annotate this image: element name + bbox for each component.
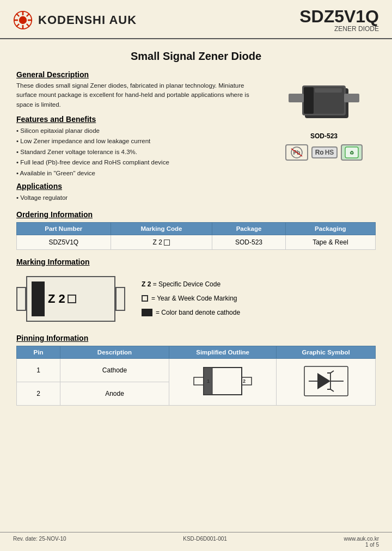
svg-text:2: 2 — [243, 378, 246, 384]
pinning-col-pin: Pin — [17, 346, 60, 359]
legend-z2-text: Z 2 = Specific Device Code — [142, 278, 220, 291]
header: KODENSHI AUK SDZ5V1Q ZENER DIODE — [0, 0, 392, 39]
ordering-heading: Ordering Information — [16, 210, 376, 219]
ordering-table: Part Number Marking Code Package Packagi… — [16, 222, 376, 250]
svg-line-9 — [16, 24, 19, 27]
pinning-section: Pinning Information Pin Description Simp… — [16, 334, 376, 406]
table-header-row: Part Number Marking Code Package Packagi… — [17, 223, 376, 235]
general-description-heading: General Description — [16, 70, 261, 79]
col-package: Package — [212, 223, 285, 235]
col-marking-code: Marking Code — [111, 223, 212, 235]
features-heading: Features and Benefits — [16, 115, 261, 124]
compliance-badges: Pb RoHS ♻ — [285, 144, 363, 161]
applications-list: Voltage regulator — [16, 193, 261, 204]
pin-desc-2: Anode — [60, 382, 169, 406]
cell-part-number: SDZ5V1Q — [17, 235, 111, 250]
pin-number-1: 1 — [17, 359, 60, 382]
legend-black-bar: = Color band denote cathode — [142, 306, 240, 319]
svg-rect-16 — [315, 88, 342, 93]
pin-desc-1: Cathode — [60, 359, 169, 382]
feature-item: Standard Zener voltage tolerance is 4.3%… — [16, 147, 261, 158]
pinning-col-outline: Simplified Outline — [169, 346, 277, 359]
package-label: SOD-523 — [310, 132, 338, 140]
symbol-svg — [299, 362, 353, 400]
col-part-number: Part Number — [17, 223, 111, 235]
part-number: SDZ5V1Q — [299, 8, 379, 25]
package-image — [280, 76, 367, 130]
feature-item: Full lead (Pb)-free device and RoHS comp… — [16, 157, 261, 168]
svg-line-7 — [27, 24, 29, 27]
pinning-table: Pin Description Simplified Outline Graph… — [16, 346, 376, 406]
logo-area: KODENSHI AUK — [13, 10, 137, 30]
legend-square-icon — [142, 295, 148, 302]
pinning-header-row: Pin Description Simplified Outline Graph… — [17, 346, 376, 359]
table-row: SDZ5V1Q Z 2 SOD-523 Tape & Reel — [17, 235, 376, 250]
simplified-outline-cell: 1 2 — [169, 359, 277, 406]
part-title-area: SDZ5V1Q ZENER DIODE — [299, 8, 379, 33]
main-content: Small Signal Zener Diode General Descrip… — [0, 39, 392, 411]
page: KODENSHI AUK SDZ5V1Q ZENER DIODE Small S… — [0, 0, 392, 551]
applications-heading: Applications — [16, 182, 261, 191]
legend-square: = Year & Week Code Marking — [142, 292, 240, 305]
pinning-row-1: 1 Cathode — [17, 359, 376, 382]
part-subtitle: ZENER DIODE — [299, 25, 379, 33]
features-list: Silicon epitaxial planar diode Low Zener… — [16, 126, 261, 179]
general-description-text: These diodes small signal Zener diodes, … — [16, 81, 261, 109]
pinning-col-description: Description — [60, 346, 169, 359]
svg-rect-15 — [304, 87, 314, 114]
feature-item: Available in "Green" device — [16, 168, 261, 179]
svg-rect-22 — [194, 377, 204, 385]
footer: Rev. date: 25-NOV-10 KSD-D6D001-001 www.… — [0, 532, 392, 551]
marking-diagram: Z 2 — [16, 272, 125, 326]
feature-item: Silicon epitaxial planar diode — [16, 126, 261, 137]
svg-rect-13 — [344, 94, 359, 102]
logo-text: KODENSHI AUK — [38, 13, 137, 27]
marking-legend: Z 2 = Specific Device Code = Year & Week… — [142, 278, 240, 320]
graphic-symbol-cell — [277, 359, 376, 406]
legend-black-text: = Color band denote cathode — [156, 306, 240, 319]
marking-z2-text: Z 2 — [48, 292, 65, 306]
svg-text:♻: ♻ — [350, 150, 354, 156]
rohs-badge: RoHS — [311, 146, 338, 158]
top-left: General Description These diodes small s… — [16, 70, 261, 204]
cell-packaging: Tape & Reel — [285, 235, 375, 250]
page-title: Small Signal Zener Diode — [16, 50, 376, 63]
outline-svg: 1 2 — [193, 362, 253, 400]
logo-icon — [13, 10, 33, 30]
svg-rect-12 — [289, 94, 304, 102]
legend-square-text: = Year & Week Code Marking — [151, 292, 237, 305]
legend-black-icon — [142, 309, 152, 316]
col-packaging: Packaging — [285, 223, 375, 235]
pinning-heading: Pinning Information — [16, 334, 376, 342]
top-right: SOD-523 Pb RoHS — [272, 70, 376, 204]
footer-website: www.auk.co.kr 1 of 5 — [344, 536, 379, 548]
green-badge: ♻ — [341, 144, 363, 161]
marking-content: Z 2 Z 2 = Specific Device Code = Year & — [16, 272, 376, 326]
pb-free-badge: Pb — [285, 144, 308, 161]
marking-section: Marking Information Z 2 — [16, 258, 376, 326]
pin-number-2: 2 — [17, 382, 60, 406]
svg-point-1 — [19, 16, 27, 24]
svg-line-8 — [27, 14, 29, 16]
pinning-col-symbol: Graphic Symbol — [277, 346, 376, 359]
footer-doc-number: KSD-D6D001-001 — [183, 536, 227, 548]
marking-heading: Marking Information — [16, 258, 376, 266]
feature-item: Low Zener impedance and low leakage curr… — [16, 136, 261, 147]
top-section: General Description These diodes small s… — [16, 70, 376, 204]
footer-rev-date: Rev. date: 25-NOV-10 — [13, 536, 66, 548]
marking-square-symbol — [68, 295, 76, 303]
cell-package: SOD-523 — [212, 235, 285, 250]
svg-marker-30 — [317, 373, 330, 389]
svg-line-6 — [16, 14, 19, 16]
svg-text:1: 1 — [207, 378, 210, 384]
cell-marking-code: Z 2 — [111, 235, 212, 250]
package-illustration — [283, 77, 365, 129]
legend-z2: Z 2 = Specific Device Code — [142, 278, 240, 291]
application-item: Voltage regulator — [16, 193, 261, 204]
ordering-section: Ordering Information Part Number Marking… — [16, 210, 376, 250]
